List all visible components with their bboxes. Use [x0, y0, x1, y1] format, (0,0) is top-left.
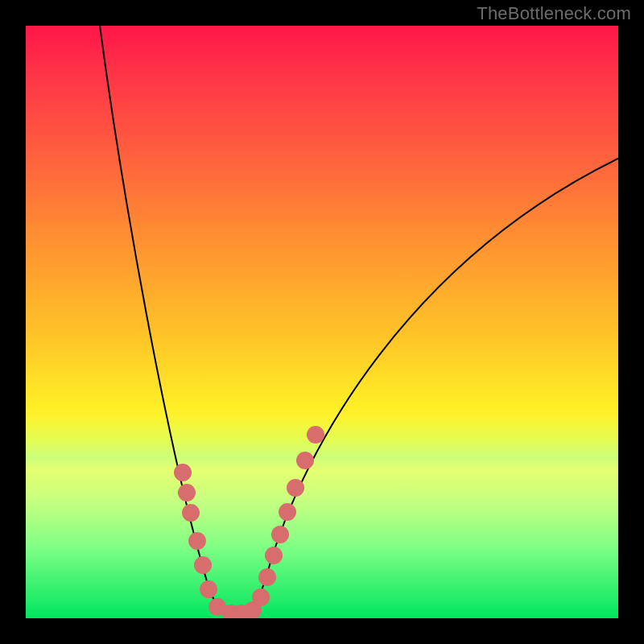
highlight-dot [182, 504, 200, 522]
highlight-dot [194, 556, 212, 574]
chart-stage: TheBottleneck.com [0, 0, 644, 644]
highlight-dot [271, 526, 289, 543]
watermark-text: TheBottleneck.com [477, 3, 631, 24]
bottleneck-curve [100, 26, 618, 614]
highlight-dot [296, 452, 314, 469]
highlight-dot [188, 532, 206, 550]
dot-group [174, 426, 324, 618]
plot-area [26, 26, 618, 618]
highlight-dot [178, 484, 196, 502]
curve-layer [26, 26, 618, 618]
highlight-dot [307, 426, 324, 444]
highlight-dot [174, 464, 192, 481]
highlight-dot [258, 568, 276, 586]
highlight-dot [287, 479, 304, 497]
highlight-dot [279, 503, 296, 521]
highlight-dot [200, 580, 217, 598]
highlight-dot [252, 588, 270, 606]
highlight-dot [265, 547, 283, 564]
